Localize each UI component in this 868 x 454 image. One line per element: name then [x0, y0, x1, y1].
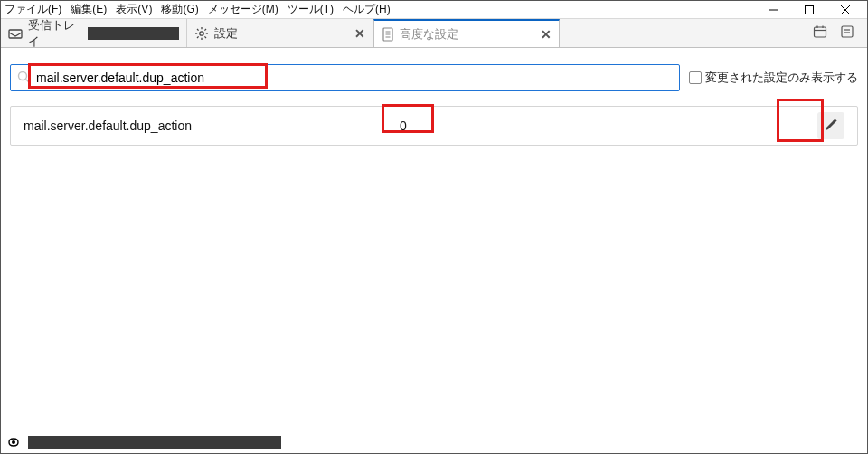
window-controls [755, 1, 863, 19]
tab-strip: 受信トレイ 設定 ✕ 高度な設定 ✕ [1, 19, 867, 48]
pref-value: 0 [400, 118, 407, 133]
results-list: mail.server.default.dup_action 0 [10, 106, 858, 146]
activity-icon [6, 436, 21, 449]
gear-icon [194, 26, 209, 41]
tab-settings[interactable]: 設定 ✕ [187, 19, 373, 47]
show-modified-only[interactable]: 変更された設定のみ表示する [689, 70, 858, 86]
tab-advanced-settings[interactable]: 高度な設定 ✕ [373, 19, 560, 47]
toolbar-icons [800, 19, 867, 47]
menu-help[interactable]: ヘルプ(H) [343, 2, 391, 17]
maximize-icon [804, 5, 815, 15]
search-icon [16, 70, 31, 87]
maximize-button[interactable] [791, 1, 827, 19]
svg-rect-18 [815, 27, 826, 37]
tab-settings-label: 設定 [214, 25, 238, 42]
svg-point-5 [200, 31, 203, 34]
close-icon [840, 5, 851, 15]
tab-advanced-label: 高度な設定 [400, 26, 458, 43]
tab-advanced-close[interactable]: ✕ [541, 28, 552, 41]
tab-inbox[interactable]: 受信トレイ [1, 19, 187, 47]
menu-view[interactable]: 表示(V) [116, 2, 152, 17]
search-field-wrap [10, 64, 680, 91]
show-modified-label: 変更された設定のみ表示する [705, 70, 858, 86]
minimize-icon [768, 5, 778, 15]
menu-edit[interactable]: 編集(E) [71, 2, 107, 17]
search-row: 変更された設定のみ表示する [10, 64, 858, 91]
menu-file[interactable]: ファイル(F) [5, 2, 61, 17]
menu-tools[interactable]: ツール(T) [288, 2, 334, 17]
inbox-icon [8, 27, 23, 40]
page-icon [382, 27, 394, 42]
edit-pref-button[interactable] [817, 112, 844, 139]
pref-value-wrap: 0 [349, 118, 458, 133]
redacted-status-text [28, 436, 281, 449]
pencil-icon [824, 118, 838, 135]
svg-line-10 [197, 29, 199, 31]
tasks-icon[interactable] [840, 24, 854, 42]
status-bar [1, 430, 867, 453]
svg-line-13 [204, 29, 206, 31]
calendar-icon[interactable] [813, 24, 827, 42]
svg-line-12 [197, 36, 199, 38]
search-input[interactable] [34, 65, 674, 90]
svg-line-26 [26, 79, 30, 82]
svg-line-11 [204, 36, 206, 38]
menu-go[interactable]: 移動(G) [161, 2, 198, 17]
close-window-button[interactable] [827, 1, 863, 19]
svg-rect-22 [842, 26, 853, 37]
tab-inbox-label: 受信トレイ [28, 17, 82, 50]
svg-point-28 [12, 440, 15, 444]
minimize-button[interactable] [755, 1, 791, 19]
svg-point-25 [19, 71, 27, 80]
tab-settings-close[interactable]: ✕ [354, 27, 365, 40]
pref-name: mail.server.default.dup_action [24, 118, 349, 133]
menu-message[interactable]: メッセージ(M) [208, 2, 278, 17]
content-area: 変更された設定のみ表示する mail.server.default.dup_ac… [1, 48, 867, 162]
pref-row: mail.server.default.dup_action 0 [10, 106, 858, 146]
menu-bar: ファイル(F) 編集(E) 表示(V) 移動(G) メッセージ(M) ツール(T… [1, 1, 867, 19]
redacted-account-name [88, 27, 179, 40]
svg-rect-1 [806, 5, 814, 14]
show-modified-checkbox[interactable] [689, 71, 702, 84]
